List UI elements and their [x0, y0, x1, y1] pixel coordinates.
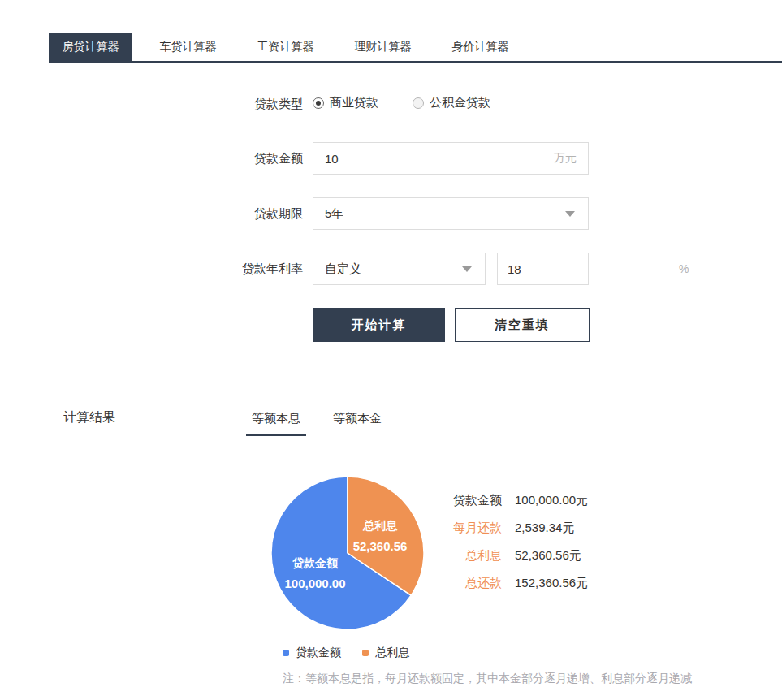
radio-unselected-icon — [413, 97, 424, 109]
results-title: 计算结果 — [63, 409, 115, 426]
radio-provident-fund-loan[interactable]: 公积金贷款 — [413, 95, 490, 110]
tab-networth-calculator[interactable]: 身价计算器 — [439, 33, 522, 61]
result-details: 贷款金额 100,000.00元 每月还款 2,539.34元 总利息 52,3… — [453, 494, 588, 604]
pie-loan-name: 贷款金额 — [262, 556, 368, 571]
tab-wealth-calculator[interactable]: 理财计算器 — [341, 33, 425, 61]
loan-rate-input[interactable] — [498, 253, 679, 284]
loan-calculator-page: 房贷计算器 车贷计算器 工资计算器 理财计算器 身价计算器 贷款类型 商业贷款 … — [0, 0, 782, 700]
loan-term-value: 5年 — [313, 206, 565, 222]
tab-car-loan-calculator[interactable]: 车贷计算器 — [146, 33, 230, 61]
radio-commercial-loan-label: 商业贷款 — [330, 95, 378, 110]
tab-salary-calculator[interactable]: 工资计算器 — [244, 33, 327, 61]
detail-value: 100,000.00元 — [515, 493, 588, 508]
reset-button[interactable]: 清空重填 — [455, 308, 590, 342]
detail-row-loan-amount: 贷款金额 100,000.00元 — [453, 494, 588, 507]
loan-pie-chart — [271, 477, 424, 629]
radio-selected-icon — [313, 97, 324, 109]
loan-rate-select-value: 自定义 — [313, 261, 462, 277]
pie-interest-name: 总利息 — [327, 519, 433, 534]
loan-type-radio-group: 商业贷款 公积金贷款 — [313, 95, 525, 110]
loan-type-label: 贷款类型 — [254, 97, 303, 111]
section-divider — [49, 387, 780, 387]
legend-text: 贷款金额 — [296, 646, 341, 660]
radio-provident-fund-loan-label: 公积金贷款 — [430, 95, 490, 110]
pie-interest-value: 52,360.56 — [327, 539, 433, 553]
radio-commercial-loan[interactable]: 商业贷款 — [313, 95, 378, 110]
chevron-down-icon — [565, 211, 575, 217]
detail-label: 每月还款 — [453, 521, 502, 536]
calculator-tabbar: 房贷计算器 车贷计算器 工资计算器 理财计算器 身价计算器 — [49, 33, 782, 63]
tab-mortgage-calculator[interactable]: 房贷计算器 — [49, 33, 132, 61]
loan-amount-field: 万元 — [313, 142, 589, 175]
pie-label-interest: 总利息 52,360.56 — [327, 519, 433, 553]
detail-row-total-repayment: 总还款 152,360.56元 — [453, 577, 588, 590]
detail-row-total-interest: 总利息 52,360.56元 — [453, 549, 588, 562]
loan-term-select[interactable]: 5年 — [313, 197, 589, 230]
legend-marker — [362, 650, 369, 656]
calculate-button[interactable]: 开始计算 — [313, 308, 445, 342]
repayment-mode-tabs: 等额本息 等额本金 — [252, 411, 414, 426]
detail-label: 总利息 — [453, 548, 502, 564]
chart-legend: 贷款金额 总利息 — [283, 646, 430, 660]
loan-rate-select[interactable]: 自定义 — [313, 253, 486, 285]
loan-amount-unit: 万元 — [554, 151, 588, 166]
chevron-down-icon — [462, 266, 472, 272]
loan-amount-label: 贷款金额 — [254, 151, 303, 166]
detail-value: 2,539.34元 — [515, 521, 574, 536]
loan-term-label: 贷款期限 — [254, 206, 303, 221]
loan-rate-unit: % — [679, 262, 698, 275]
legend-item-total-interest[interactable]: 总利息 — [362, 646, 409, 660]
detail-value: 152,360.56元 — [515, 576, 588, 591]
loan-amount-input[interactable] — [313, 143, 554, 174]
legend-item-loan-amount[interactable]: 贷款金额 — [283, 646, 341, 660]
detail-row-monthly-payment: 每月还款 2,539.34元 — [453, 521, 588, 534]
loan-rate-label: 贷款年利率 — [242, 261, 303, 276]
pie-loan-value: 100,000.00 — [262, 577, 368, 590]
repayment-note: 注：等额本息是指，每月还款额固定，其中本金部分逐月递增、利息部分逐月递减 — [283, 672, 692, 686]
pie-label-loan: 贷款金额 100,000.00 — [262, 556, 368, 590]
detail-label: 总还款 — [453, 576, 502, 591]
legend-marker — [283, 650, 289, 656]
tab-equal-installment[interactable]: 等额本息 — [252, 411, 300, 426]
loan-rate-field: % — [497, 253, 589, 285]
legend-text: 总利息 — [375, 646, 409, 660]
pie-svg — [271, 477, 424, 629]
tab-equal-principal[interactable]: 等额本金 — [333, 411, 382, 426]
detail-value: 52,360.56元 — [515, 548, 581, 564]
detail-label: 贷款金额 — [453, 493, 502, 508]
